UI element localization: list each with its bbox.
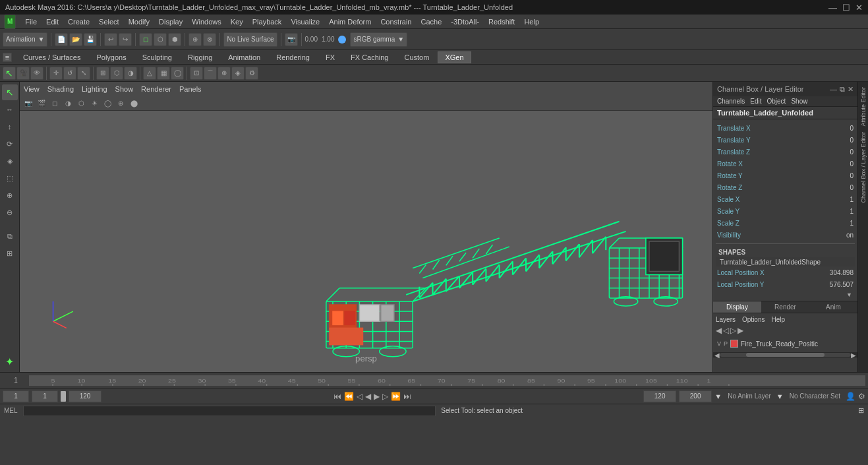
tab-curves-surfaces[interactable]: Curves / Surfaces (16, 51, 88, 63)
timeline-track[interactable]: 5 10 15 20 25 30 35 40 45 50 55 60 65 (29, 375, 865, 386)
subdiv-icon[interactable]: ▦ (157, 67, 170, 80)
select-tool-button[interactable]: ↖ (2, 84, 18, 100)
menu-file[interactable]: File (25, 18, 37, 26)
channel-visibility[interactable]: Visibility on (716, 229, 855, 241)
snap-curve-icon[interactable]: ⌒ (204, 67, 217, 80)
tab-rendering[interactable]: Rendering (269, 51, 317, 63)
scroll-track[interactable] (720, 353, 851, 357)
wireframe-icon[interactable]: ⬡ (110, 67, 123, 80)
window-controls[interactable]: — ☐ ✕ (828, 3, 863, 13)
panel-close[interactable]: ✕ (848, 85, 854, 94)
grid-icon[interactable]: ⊞ (96, 67, 109, 80)
camera-icon[interactable]: 📷 (285, 33, 298, 46)
render-settings-icon[interactable]: ⚙ (245, 67, 258, 80)
channel-translate-y[interactable]: Translate Y 0 (716, 134, 855, 146)
channel-list[interactable]: Translate X 0 Translate Y 0 Translate Z … (713, 119, 857, 301)
show-menu[interactable]: Show (791, 98, 807, 105)
frame-start-field[interactable]: 1 (3, 390, 29, 402)
menu-display[interactable]: Display (159, 18, 183, 26)
vp-light-icon[interactable]: ☀ (88, 98, 100, 109)
render-button[interactable]: ⧉ (2, 228, 18, 244)
move-icon[interactable]: ✛ (49, 67, 63, 80)
vp-shading-icon[interactable]: ◑ (62, 98, 74, 109)
viewport-menu-shading[interactable]: Shading (47, 85, 74, 93)
snap-icon[interactable]: ⊕ (188, 33, 202, 46)
view-icon[interactable]: 👁 (30, 67, 43, 80)
panel-minimize[interactable]: — (830, 85, 837, 94)
menu-help[interactable]: Help (524, 18, 539, 26)
go-end-button[interactable]: ⏭ (403, 392, 411, 401)
channel-translate-z[interactable]: Translate Z 0 (716, 146, 855, 158)
anim-icon[interactable]: ⚙ (858, 392, 865, 401)
vp-ao-icon[interactable]: ⊕ (115, 98, 127, 109)
next-frame-button[interactable]: ▷ (382, 392, 388, 401)
select-icon[interactable]: ◻ (139, 33, 152, 46)
channels-menu[interactable]: Channels (717, 98, 745, 105)
viewport-3d-scene[interactable]: persp (20, 111, 712, 372)
vp-wireframe-icon[interactable]: ◻ (49, 98, 61, 109)
save-file-icon[interactable]: 💾 (84, 33, 97, 46)
rotate-tool-button[interactable]: ↕ (2, 119, 18, 135)
layer-p[interactable]: P (724, 340, 728, 347)
tab-rigging[interactable]: Rigging (181, 51, 219, 63)
channel-scale-y[interactable]: Scale Y 1 (716, 205, 855, 217)
channel-rotate-y[interactable]: Rotate Y 0 (716, 170, 855, 181)
prev-key-button[interactable]: ⏪ (344, 392, 354, 401)
channel-rotate-x[interactable]: Rotate X 0 (716, 158, 855, 170)
new-file-icon[interactable]: 📄 (55, 33, 68, 46)
channel-scale-z[interactable]: Scale Z 1 (716, 217, 855, 229)
menu-anim-deform[interactable]: Anim Deform (329, 18, 371, 26)
viewport-menu-view[interactable]: View (24, 85, 40, 93)
scroll-thumb[interactable] (746, 353, 825, 357)
minimize-button[interactable]: — (828, 3, 837, 13)
menu-3dtoall[interactable]: -3DtoAll- (451, 18, 479, 26)
menu-select[interactable]: Select (99, 18, 119, 26)
scroll-right[interactable]: ▶ (851, 352, 856, 359)
layer-next-icon[interactable]: ▷ (730, 326, 736, 335)
help-menu[interactable]: Help (771, 316, 785, 323)
redo-icon[interactable]: ↪ (119, 33, 132, 46)
close-button[interactable]: ✕ (855, 3, 863, 13)
gamma-dropdown[interactable]: sRGB gamma ▼ (350, 32, 407, 47)
local-pos-y[interactable]: Local Position Y 576.507 (716, 278, 855, 290)
transform-tool-button[interactable]: ↔ (2, 102, 18, 117)
camera-tools-icon[interactable]: 🎥 (16, 67, 30, 80)
frame-end-field[interactable]: 120 (69, 390, 101, 402)
snap-view-icon[interactable]: ◈ (231, 67, 245, 80)
layer-v[interactable]: V (717, 340, 721, 347)
open-file-icon[interactable]: 📂 (69, 33, 82, 46)
menu-modify[interactable]: Modify (129, 18, 150, 26)
menu-constrain[interactable]: Constrain (380, 18, 411, 26)
menu-cache[interactable]: Cache (420, 18, 442, 26)
ipr-button[interactable]: ⊞ (2, 245, 18, 261)
lasso-select-button[interactable]: ⊕ (2, 187, 18, 203)
undo-icon[interactable]: ↩ (104, 33, 117, 46)
snap-point-icon[interactable]: ⊕ (217, 67, 231, 80)
char-set-icon[interactable]: 👤 (846, 392, 855, 401)
menu-visualize[interactable]: Visualize (291, 18, 320, 26)
timeline-area[interactable]: 1 5 10 15 20 25 30 35 40 45 50 55 (0, 372, 868, 388)
tab-fx-caching[interactable]: FX Caching (343, 51, 395, 63)
menu-playback[interactable]: Playback (252, 18, 282, 26)
options-menu[interactable]: Options (742, 316, 765, 323)
play-back-button[interactable]: ◀ (365, 392, 371, 401)
panel-float[interactable]: ⧉ (840, 85, 845, 94)
attribute-editor-sidebar[interactable]: Attribute Editor Channel Box / Layer Edi… (857, 82, 868, 372)
menu-edit[interactable]: Edit (46, 18, 59, 26)
layer-prev2-icon[interactable]: ◁ (723, 326, 729, 335)
channel-translate-x[interactable]: Translate X 0 (716, 122, 855, 134)
tab-custom[interactable]: Custom (397, 51, 437, 63)
object-menu[interactable]: Object (767, 98, 786, 105)
polygon-icon[interactable]: △ (143, 67, 156, 80)
color-swatch[interactable] (338, 36, 346, 44)
viewport-menu-panels[interactable]: Panels (179, 85, 202, 93)
layer-prev-icon[interactable]: ◀ (716, 326, 722, 335)
tab-polygons[interactable]: Polygons (89, 51, 133, 63)
play-forward-button[interactable]: ▶ (374, 392, 380, 401)
scroll-left[interactable]: ◀ (714, 352, 720, 359)
playback-end-field[interactable]: 120 (643, 390, 676, 402)
channel-scale-x[interactable]: Scale X 1 (716, 193, 855, 205)
vp-texture-icon[interactable]: ⬡ (75, 98, 87, 109)
viewport-menu-show[interactable]: Show (115, 85, 134, 93)
tab-fx[interactable]: FX (318, 51, 342, 63)
